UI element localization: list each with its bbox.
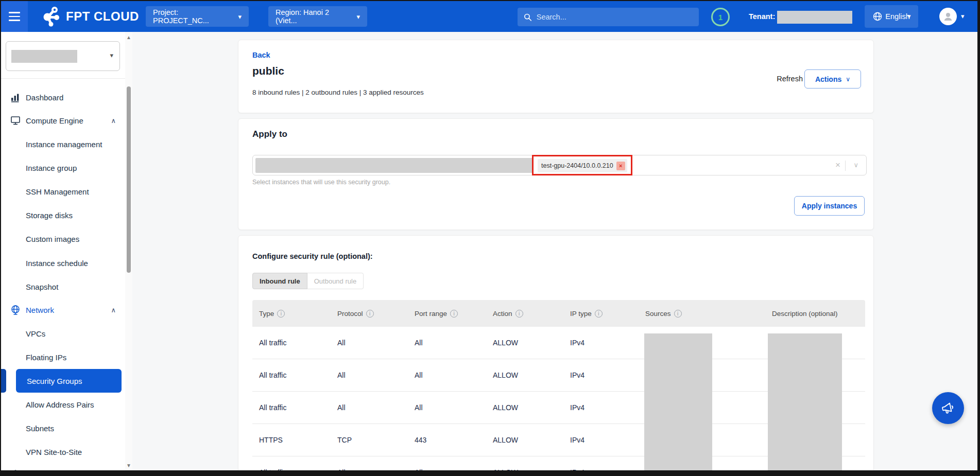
apply-instances-label: Apply instances [802,202,857,210]
sidebar-item-ddos-protection[interactable]: DDoS Protection [1,463,125,470]
project-selector[interactable]: Project: PROJECT_NC... ▾ [146,6,249,27]
sidebar-divider [1,78,125,79]
brand-name: FPT CLOUD [66,9,139,24]
chevron-down-icon[interactable]: ∨ [853,161,858,169]
sidebar-item-dashboard[interactable]: Dashboard [1,85,125,109]
sidebar-item-storage-disks[interactable]: Storage disks [1,203,125,227]
monitor-icon [10,115,21,126]
sidebar-item-instance-management[interactable]: Instance management [1,132,125,156]
instance-tag-label: test-gpu-2404/10.0.0.210 [541,162,613,169]
info-icon[interactable]: i [674,310,682,318]
tab-outbound-rule[interactable]: Outbound rule [307,273,364,289]
globe-icon [10,305,21,315]
scroll-down-icon[interactable]: ▼ [126,463,131,468]
info-icon[interactable]: i [515,310,523,318]
selected-instances-redacted [255,158,534,173]
info-icon[interactable]: i [450,310,458,318]
fpt-cloud-logo-icon [38,5,62,28]
sidebar: ▾ Dashboard Compute Engine ∧ Instance ma… [1,32,125,470]
input-divider [845,161,846,171]
project-selector-label: Project: PROJECT_NC... [153,8,227,25]
scroll-up-icon[interactable]: ▲ [126,35,131,40]
sidebar-item-custom-images[interactable]: Custom images [1,227,125,251]
col-port-range: Port rangei [408,310,486,318]
refresh-button[interactable]: Refresh [777,75,803,83]
sidebar-item-ssh-management[interactable]: SSH Management [1,180,125,203]
info-icon[interactable]: i [277,310,285,318]
sidebar-item-network[interactable]: Network ∧ [1,298,125,322]
sidebar-scrollbar[interactable]: ▲ ▼ [125,32,132,470]
app-screen: FPT CLOUD Project: PROJECT_NC... ▾ Regio… [1,1,977,470]
rule-direction-tabs: Inbound rule Outbound rule [252,273,364,289]
col-sources: Sourcesi [639,310,765,318]
sidebar-item-vpcs[interactable]: VPCs [1,322,125,345]
bar-chart-icon [10,92,21,103]
sidebar-item-compute-engine[interactable]: Compute Engine ∧ [1,109,125,132]
rules-summary: 8 inbound rules | 2 outbound rules | 3 a… [252,89,424,96]
description-column-redacted [768,333,842,470]
apply-to-card: Apply to test-gpu-2404/10.0.0.210 × × ∨ … [238,118,874,230]
col-type: Typei [252,310,331,318]
sidebar-item-snapshot[interactable]: Snapshot [1,275,125,298]
scrollbar-thumb[interactable] [127,86,131,273]
region-selector[interactable]: Region: Hanoi 2 (Viet... ▾ [268,6,367,27]
hamburger-menu-button[interactable] [1,1,28,32]
megaphone-icon [939,399,957,417]
workspace-name-redacted [11,50,77,63]
announcements-fab[interactable] [932,392,964,424]
col-protocol: Protocoli [331,310,408,318]
search-input[interactable] [537,13,693,21]
actions-button[interactable]: Actions ∨ [804,69,861,89]
global-search [518,8,699,26]
tab-inbound-rule[interactable]: Inbound rule [252,273,307,289]
chevron-up-icon: ∧ [111,306,116,314]
info-icon[interactable]: i [366,310,374,318]
sources-column-redacted [644,333,712,470]
top-navbar: FPT CLOUD Project: PROJECT_NC... ▾ Regio… [1,1,977,32]
brand-logo[interactable]: FPT CLOUD [38,1,139,32]
actions-button-label: Actions [815,75,841,83]
notification-count: 1 [718,13,723,22]
multiselect-helper-text: Select instances that will use this secu… [252,179,390,186]
instance-tag: test-gpu-2404/10.0.0.210 × [538,159,627,172]
caret-down-icon: ▾ [356,13,360,21]
sidebar-item-instance-schedule[interactable]: Instance schedule [1,251,125,275]
instances-multiselect[interactable]: test-gpu-2404/10.0.0.210 × × ∨ [252,155,867,175]
sidebar-item-vpn-site-to-site[interactable]: VPN Site-to-Site [1,440,125,464]
caret-down-icon[interactable]: ▾ [907,12,911,20]
chevron-up-icon: ∧ [111,117,116,125]
col-ip-type: IP typei [563,310,639,318]
person-icon [942,11,954,22]
workspace-selector[interactable]: ▾ [6,41,120,71]
notification-badge[interactable]: 1 [711,8,730,26]
tenant-name-redacted [777,11,852,24]
user-avatar[interactable] [939,8,957,25]
info-icon[interactable]: i [595,310,603,318]
active-item-indicator [1,369,6,393]
tenant-label: Tenant: [749,12,775,21]
sidebar-item-floating-ips[interactable]: Floating IPs [1,345,125,369]
search-icon [524,13,532,22]
security-rules-card: Configure security rule (optional): Inbo… [238,235,874,470]
col-description: Description (optional) [765,310,865,318]
clear-selection-icon[interactable]: × [835,161,840,170]
back-link[interactable]: Back [252,51,270,59]
shield-icon [10,469,21,471]
configure-rules-heading: Configure security rule (optional): [252,252,373,260]
sidebar-item-allow-address-pairs[interactable]: Allow Address Pairs [1,393,125,416]
remove-tag-icon[interactable]: × [616,162,625,170]
region-selector-label: Region: Hanoi 2 (Viet... [276,8,347,25]
caret-down-icon: ▾ [110,51,113,59]
chevron-down-icon: ∨ [846,76,850,83]
globe-icon [873,12,882,21]
main-content: Back public 8 inbound rules | 2 outbound… [132,32,977,470]
caret-down-icon: ▾ [238,13,242,21]
sidebar-item-subnets[interactable]: Subnets [1,416,125,440]
sidebar-item-security-groups[interactable]: Security Groups [16,369,122,393]
page-header-card: Back public 8 inbound rules | 2 outbound… [238,40,874,113]
apply-to-heading: Apply to [252,129,287,139]
sidebar-item-instance-group[interactable]: Instance group [1,156,125,180]
apply-instances-button[interactable]: Apply instances [794,196,865,216]
caret-down-icon[interactable]: ▾ [961,12,965,20]
language-label: English [885,12,910,21]
